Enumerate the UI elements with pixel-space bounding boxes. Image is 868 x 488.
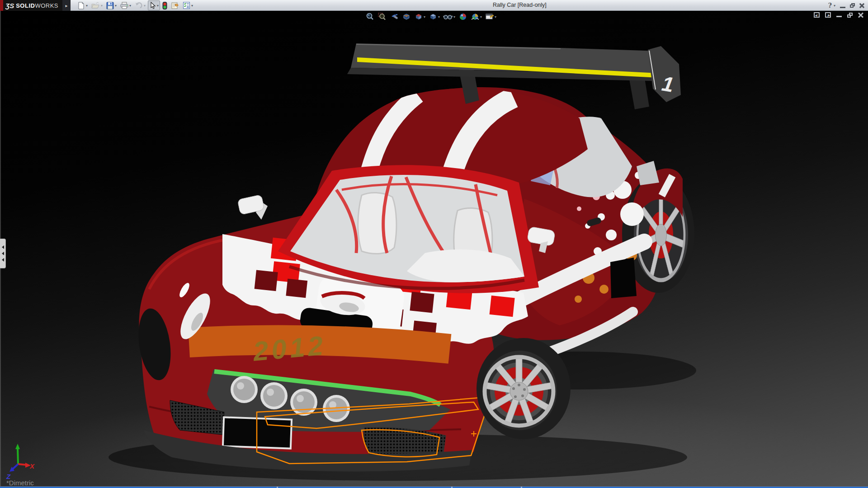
previous-view-button[interactable] (389, 12, 400, 22)
apply-scene-button[interactable]: ▾ (470, 12, 483, 22)
triad-x-label: X (29, 462, 35, 470)
help-button[interactable]: ? (828, 2, 832, 9)
minimize-button[interactable] (840, 7, 845, 8)
traffic-light-icon (162, 2, 167, 9)
help-dropdown-arrow-icon[interactable]: ▾ (834, 4, 835, 8)
logo-red-accent (0, 0, 3, 11)
side-vent (610, 258, 637, 298)
heads-up-view-toolbar: ▾ ▾ ▾ (364, 11, 497, 22)
dropdown-arrow-icon[interactable]: ▾ (424, 15, 425, 19)
dropdown-arrow-icon[interactable]: ▾ (495, 15, 496, 19)
rally-car-model[interactable]: 1 (0, 11, 868, 488)
previous-view-icon (390, 12, 399, 21)
standard-toolbar: ▾ ▾ ▾ ▾ (76, 0, 194, 11)
feature-manager-collapse-tab[interactable] (0, 239, 6, 268)
dassault-3ds-logo-icon: ƷS (5, 2, 14, 9)
select-cursor-icon (149, 2, 156, 9)
document-window-controls: ◀ ▶ (814, 12, 863, 18)
printer-icon (120, 2, 128, 9)
new-document-button[interactable]: ▾ (76, 0, 89, 10)
options-button[interactable]: ▾ (181, 0, 194, 10)
appearance-ball-icon (458, 12, 467, 21)
close-button[interactable] (859, 3, 864, 8)
doc-restore-button[interactable] (847, 13, 853, 18)
zoom-to-area-icon (377, 12, 387, 21)
dropdown-arrow-icon[interactable]: ▾ (101, 4, 103, 8)
dropdown-arrow-icon[interactable]: ▾ (115, 4, 117, 8)
apply-scene-icon (471, 12, 480, 21)
dropdown-arrow-icon[interactable]: ▾ (480, 15, 482, 19)
new-document-icon (77, 2, 85, 9)
dropdown-arrow-icon[interactable]: ▾ (129, 4, 131, 8)
dropdown-arrow-icon[interactable]: ▾ (453, 15, 455, 19)
status-bar-edge (0, 486, 868, 488)
dropdown-arrow-icon[interactable]: ▾ (157, 4, 159, 8)
zoom-to-area-button[interactable] (377, 12, 387, 22)
undo-arrow-icon (135, 2, 143, 9)
restore-button[interactable] (850, 3, 855, 8)
note-hand-icon (171, 2, 179, 9)
doc-minimize-button[interactable] (836, 16, 842, 17)
solidworks-logo: ƷS SOLIDWORKS (0, 0, 62, 11)
undo-button[interactable]: ▾ (133, 0, 147, 10)
viewport-3d[interactable]: 1 (0, 11, 868, 488)
section-view-icon (402, 12, 411, 21)
title-bar: ƷS SOLIDWORKS ▸ ▾ ▾ ▾ (0, 0, 868, 11)
open-folder-icon (91, 2, 100, 9)
display-style-icon (429, 12, 438, 21)
section-view-button[interactable] (401, 12, 412, 22)
save-button[interactable]: ▾ (105, 0, 118, 10)
brand-solid: SOLID (16, 2, 35, 9)
print-button[interactable]: ▾ (119, 0, 132, 10)
view-orientation-icon (414, 12, 423, 21)
hide-show-items-button[interactable]: ▾ (442, 12, 456, 22)
view-orientation-button[interactable]: ▾ (413, 12, 426, 22)
brand-works: WORKS (35, 2, 58, 9)
year-decal: 2012 (251, 330, 327, 367)
doc-close-button[interactable] (858, 12, 863, 18)
save-floppy-icon (106, 2, 114, 9)
zoom-to-fit-button[interactable] (364, 12, 375, 22)
view-settings-button[interactable]: ▾ (484, 12, 497, 22)
pane-toggle-left-icon[interactable]: ◀ (814, 12, 820, 18)
checklist-icon (183, 2, 190, 9)
edit-appearance-button[interactable] (458, 12, 468, 22)
open-document-button[interactable]: ▾ (90, 0, 104, 10)
dropdown-arrow-icon[interactable]: ▾ (86, 4, 88, 8)
front-right-wheel[interactable] (476, 338, 571, 439)
eyeglasses-icon (443, 12, 453, 21)
collapse-arrow-icon (2, 252, 4, 255)
collapse-arrow-icon (2, 258, 4, 262)
display-style-button[interactable]: ▾ (428, 12, 441, 22)
dropdown-arrow-icon[interactable]: ▾ (438, 15, 440, 19)
zoom-to-fit-icon (365, 12, 374, 21)
window-controls: ? ▾ (828, 0, 864, 11)
windshield (278, 165, 539, 293)
file-properties-button[interactable] (170, 0, 180, 10)
dropdown-arrow-icon[interactable]: ▾ (144, 4, 146, 8)
left-mirror (237, 195, 268, 220)
rebuild-button[interactable] (161, 0, 169, 10)
pane-toggle-right-icon[interactable]: ▶ (825, 12, 831, 18)
window-title: Rally Car [Read-only] (493, 2, 547, 8)
dropdown-arrow-icon[interactable]: ▾ (191, 4, 193, 8)
menu-flyout-arrow[interactable]: ▸ (62, 0, 71, 11)
view-orientation-label: *Dimetric (6, 479, 34, 487)
select-button[interactable]: ▾ (148, 0, 160, 10)
view-settings-icon (485, 12, 494, 21)
collapse-arrow-icon (2, 245, 4, 249)
